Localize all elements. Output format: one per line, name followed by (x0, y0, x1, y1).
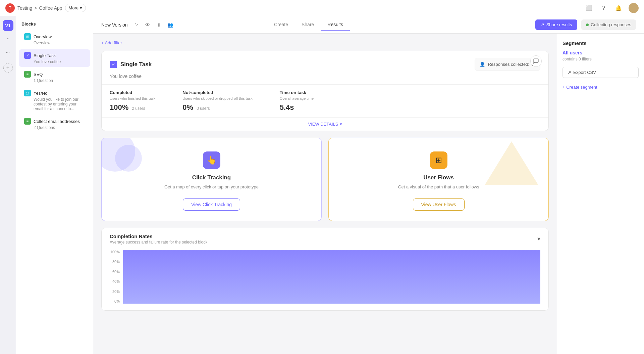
add-filter-button[interactable]: + Add filter (101, 40, 122, 45)
all-users-label[interactable]: All users (562, 50, 639, 55)
click-tracking-card: 👆 Click Tracking Get a map of every clic… (101, 138, 322, 221)
completion-rates-title: Completion Rates (110, 233, 207, 239)
collecting-responses-badge: Collecting responses (581, 19, 636, 30)
tab-share[interactable]: Share (295, 19, 321, 31)
completion-rates-header[interactable]: Completion Rates Average success and fai… (102, 228, 548, 250)
block-name-collect-email: Collect email addresses (34, 119, 80, 124)
share-icon: ↗ (541, 22, 544, 27)
block-item-overview[interactable]: ⊞ Overview Overview (19, 31, 90, 48)
block-item-collect-email[interactable]: ≡ Collect email addresses 2 Questions (19, 115, 90, 133)
stat-not-completed: Not-completed Users who skipped or dropp… (182, 90, 252, 112)
nav-tabs: Create Share Results (267, 19, 350, 31)
version-icons: 🏳 👁 ⇧ 👥 (132, 20, 175, 29)
all-users-sub: contains 0 filters (562, 57, 639, 61)
chat-icon-button[interactable] (530, 55, 542, 67)
share-icon[interactable]: ⇧ (155, 20, 163, 29)
view-user-flows-button[interactable]: View User Flows (413, 198, 465, 211)
y-label-100: 100% (110, 250, 120, 254)
block-sub-seq: 1 Question (24, 78, 85, 83)
stat-time-on-task: Time on task Overall average time 5.4s (280, 90, 314, 112)
click-tracking-desc: Get a map of every click or tap on your … (164, 184, 259, 190)
stat-not-completed-value: 0% (182, 103, 193, 112)
top-nav-right: ⬜ ? 🔔 (584, 3, 639, 13)
stat-time-value: 5.4s (280, 103, 294, 112)
block-item-seq[interactable]: ≡ SEQ 1 Question (19, 68, 90, 86)
sidebar-icon-v1[interactable]: V1 (3, 20, 13, 31)
stat-completed-desc: Users who finished this task (110, 96, 155, 100)
chart-y-axis: 100% 80% 60% 40% 20% 0% (110, 250, 123, 304)
single-task-card: ✓ Single Task 👤 Responses collected: 2 Y… (101, 51, 549, 131)
stat-not-completed-users: 0 users (197, 106, 210, 111)
block-name-overview: Overview (34, 34, 52, 39)
tab-create[interactable]: Create (267, 19, 295, 31)
help-icon[interactable]: ? (599, 3, 608, 13)
stat-not-completed-value-row: 0% 0 users (182, 103, 252, 112)
overview-icon: ⊞ (24, 33, 31, 40)
stats-row: Completed Users who finished this task 1… (102, 84, 548, 117)
breadcrumb: Testing > Coffee App (17, 5, 62, 11)
yesno-icon: ◎ (24, 90, 31, 96)
single-task-icon: ✓ (24, 52, 31, 59)
user-flows-desc: Get a visual of the path that a user fol… (398, 184, 479, 190)
completion-rates-info: Completion Rates Average success and fai… (110, 233, 207, 245)
stat-time-value-row: 5.4s (280, 103, 314, 112)
block-sub-overview: Overview (24, 41, 85, 45)
users-icon[interactable]: 👥 (166, 20, 175, 29)
user-flows-icon: ⊞ (430, 151, 447, 169)
eye-icon[interactable]: 👁 (143, 20, 152, 29)
block-header-yesno: ◎ Yes/No (24, 90, 85, 96)
responses-label: Responses collected: (488, 62, 529, 67)
export-icon: ↗ (568, 70, 571, 75)
bg-circle-small (115, 145, 142, 172)
y-label-40: 40% (110, 279, 120, 283)
card-subtitle: You love coffee (110, 74, 540, 79)
stat-completed: Completed Users who finished this task 1… (110, 90, 155, 112)
share-results-button[interactable]: ↗ Share results (535, 19, 578, 30)
sidebar-icon-dot[interactable]: · (3, 34, 13, 44)
add-version-button[interactable]: + (3, 63, 13, 73)
block-item-yesno[interactable]: ◎ Yes/No Would you like to join our cont… (19, 87, 90, 114)
block-name-yesno: Yes/No (34, 91, 47, 96)
flag-icon[interactable]: 🏳 (132, 20, 141, 29)
right-panel: Segments All users contains 0 filters ↗ … (557, 34, 644, 354)
avatar[interactable] (629, 3, 639, 13)
grid-icon: ⊞ (435, 156, 442, 165)
filter-bar: + Add filter (101, 40, 549, 45)
blocks-sidebar: Blocks ⊞ Overview Overview ✓ Single Task… (16, 16, 93, 354)
user-flows-card: ⊞ User Flows Get a visual of the path th… (328, 138, 549, 221)
stat-time-desc: Overall average time (280, 96, 314, 100)
folder-icon[interactable]: ⬜ (584, 3, 594, 13)
create-segment-link[interactable]: + Create segment (562, 85, 639, 90)
sidebar-icon-more[interactable]: ··· (3, 47, 13, 58)
breadcrumb-separator: > (34, 5, 37, 11)
chart-area: 100% 80% 60% 40% 20% 0% (102, 250, 548, 310)
stat-completed-label: Completed (110, 90, 155, 95)
sidebar-icons: V1 · ··· + (0, 16, 16, 354)
card-header: ✓ Single Task 👤 Responses collected: 2 Y… (102, 51, 548, 84)
block-header-seq: ≡ SEQ (24, 71, 85, 78)
y-label-60: 60% (110, 270, 120, 274)
chart-container: 100% 80% 60% 40% 20% 0% (110, 250, 540, 304)
more-label: More (69, 5, 79, 10)
cursor-icon: 👆 (207, 156, 217, 165)
more-button[interactable]: More ▾ (65, 4, 86, 12)
top-navigation: T Testing > Coffee App More ▾ ⬜ ? 🔔 (0, 0, 644, 16)
chevron-down-icon: ▾ (80, 5, 82, 10)
view-click-tracking-button[interactable]: View Click Tracking (183, 198, 240, 211)
breadcrumb-parent[interactable]: Testing (17, 5, 32, 11)
tab-results[interactable]: Results (321, 19, 350, 31)
completion-chevron-icon: ▾ (537, 235, 540, 242)
y-label-20: 20% (110, 290, 120, 294)
view-details-button[interactable]: VIEW DETAILS ▾ (102, 117, 548, 131)
block-sub-yesno: Would you like to join our contest by en… (24, 97, 85, 111)
block-item-single-task[interactable]: ✓ Single Task You love coffee (19, 49, 90, 67)
stat-time-label: Time on task (280, 90, 314, 95)
block-header-overview: ⊞ Overview (24, 33, 85, 40)
app-logo: T (5, 3, 15, 13)
view-details-label: VIEW DETAILS (308, 122, 338, 127)
export-csv-label: Export CSV (573, 70, 596, 75)
breadcrumb-current: Coffee App (39, 5, 62, 11)
notification-icon[interactable]: 🔔 (614, 3, 623, 13)
export-csv-button[interactable]: ↗ Export CSV (562, 67, 639, 78)
main-content: + Add filter ✓ Single Task 👤 Responses c… (93, 34, 557, 354)
